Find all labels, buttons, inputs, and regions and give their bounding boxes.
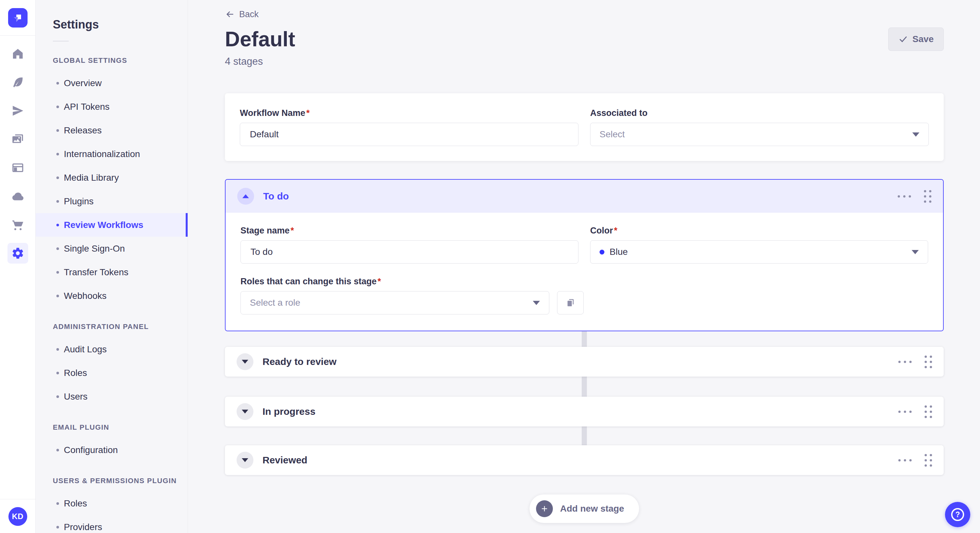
more-options-icon[interactable] xyxy=(898,361,912,363)
sidebar-item-up-roles[interactable]: Roles xyxy=(36,492,188,515)
add-new-stage-button[interactable]: Add new stage xyxy=(530,495,639,523)
label-text: Roles that can change this stage xyxy=(240,276,377,287)
help-button[interactable]: ? xyxy=(945,502,970,527)
save-button[interactable]: Save xyxy=(888,27,944,51)
expand-stage-button[interactable] xyxy=(237,452,253,468)
sidebar-item-label: Users xyxy=(64,392,88,402)
sidebar-item-admin-roles[interactable]: Roles xyxy=(36,361,188,385)
sidebar-item-label: Plugins xyxy=(64,196,94,206)
stage-card-in-progress[interactable]: In progress xyxy=(225,397,944,427)
bullet-icon xyxy=(56,526,59,528)
title-row: Default Save xyxy=(225,25,944,54)
media-library-icon xyxy=(11,133,24,146)
back-link[interactable]: Back xyxy=(225,8,259,21)
drag-handle-icon[interactable] xyxy=(924,190,931,203)
sidebar-item-internationalization[interactable]: Internationalization xyxy=(36,142,188,166)
sidebar-item-review-workflows[interactable]: Review Workflows xyxy=(36,213,188,237)
collapse-stage-button[interactable] xyxy=(237,188,254,205)
sidebar-item-audit-logs[interactable]: Audit Logs xyxy=(36,338,188,361)
sidebar-item-overview[interactable]: Overview xyxy=(36,71,188,95)
bullet-icon xyxy=(56,295,59,297)
main-content: Back Default Save 4 stages Workflow Name… xyxy=(188,0,980,533)
subnav-divider xyxy=(53,41,69,41)
rail-item-content-manager[interactable] xyxy=(3,68,32,97)
bullet-icon xyxy=(56,153,59,155)
sidebar-item-configuration[interactable]: Configuration xyxy=(36,438,188,462)
cloud-icon xyxy=(11,190,24,203)
required-marker: * xyxy=(377,276,381,287)
rail-nav xyxy=(3,36,32,268)
sidebar-item-users[interactable]: Users xyxy=(36,385,188,408)
stage-name-label: Stage name* xyxy=(240,226,579,236)
rail-item-marketplace[interactable] xyxy=(3,211,32,239)
sidebar-item-label: Roles xyxy=(64,498,87,509)
chevron-down-icon xyxy=(242,409,248,414)
subnav-title: Settings xyxy=(53,17,188,32)
sidebar-item-label: Internationalization xyxy=(64,149,140,159)
sidebar-item-releases[interactable]: Releases xyxy=(36,119,188,142)
stage-card-reviewed[interactable]: Reviewed xyxy=(225,445,944,475)
rail-item-home[interactable] xyxy=(3,40,32,68)
content-type-builder-icon xyxy=(11,161,24,174)
page-title: Default xyxy=(225,27,295,51)
sidebar-item-label: API Tokens xyxy=(64,102,110,112)
bullet-icon xyxy=(56,200,59,203)
question-mark-icon: ? xyxy=(951,508,964,521)
sidebar-item-plugins[interactable]: Plugins xyxy=(36,189,188,213)
plus-circle-icon xyxy=(536,500,553,517)
associated-to-field: Associated to Select xyxy=(590,108,929,146)
drag-handle-icon[interactable] xyxy=(924,454,932,466)
stage-card-ready-to-review[interactable]: Ready to review xyxy=(225,347,944,377)
bullet-icon xyxy=(56,502,59,505)
stage-color-select[interactable]: Blue xyxy=(590,240,928,263)
duplicate-roles-button[interactable] xyxy=(557,291,584,314)
rail-item-cloud[interactable] xyxy=(3,182,32,211)
chevron-down-icon xyxy=(912,250,919,254)
rail-item-settings[interactable] xyxy=(3,239,32,268)
sidebar-item-single-sign-on[interactable]: Single Sign-On xyxy=(36,237,188,260)
required-marker: * xyxy=(306,108,310,118)
stage-header-actions xyxy=(898,405,932,418)
label-text: Color xyxy=(590,226,613,236)
chevron-down-icon xyxy=(533,301,540,305)
required-marker: * xyxy=(614,226,618,236)
drag-handle-icon[interactable] xyxy=(924,405,932,418)
strapi-logo-icon xyxy=(10,10,25,25)
bullet-icon xyxy=(56,348,59,351)
more-options-icon[interactable] xyxy=(898,411,912,413)
sidebar-item-providers[interactable]: Providers xyxy=(36,515,188,533)
bullet-icon xyxy=(56,449,59,451)
more-options-icon[interactable] xyxy=(898,195,911,198)
bullet-icon xyxy=(56,247,59,250)
sidebar-item-label: Media Library xyxy=(64,173,119,183)
expand-stage-button[interactable] xyxy=(237,403,253,420)
stage-roles-select[interactable]: Select a role xyxy=(240,291,549,314)
sidebar-item-transfer-tokens[interactable]: Transfer Tokens xyxy=(36,260,188,284)
rail-item-releases[interactable] xyxy=(3,97,32,125)
stage-roles-field: Roles that can change this stage* Select… xyxy=(240,276,549,314)
stage-name-input[interactable] xyxy=(240,240,579,263)
stage-color-label: Color* xyxy=(590,226,928,236)
more-options-icon[interactable] xyxy=(898,459,912,462)
rail-item-content-type-builder[interactable] xyxy=(3,154,32,182)
stage-to-do-header[interactable]: To do xyxy=(226,180,943,213)
bullet-icon xyxy=(56,224,59,226)
associated-to-select[interactable]: Select xyxy=(590,123,929,146)
stage-name-field: Stage name* xyxy=(240,226,579,263)
bullet-icon xyxy=(56,106,59,108)
user-avatar[interactable]: KD xyxy=(8,507,27,526)
label-text: Workflow Name xyxy=(240,108,305,118)
drag-handle-icon[interactable] xyxy=(924,355,932,368)
workflow-name-input[interactable] xyxy=(240,123,579,146)
expand-stage-button[interactable] xyxy=(237,353,253,370)
stage-to-do-body: Stage name* Color* Blue xyxy=(226,213,943,331)
sidebar-item-media-library[interactable]: Media Library xyxy=(36,166,188,189)
check-icon xyxy=(898,34,908,44)
sidebar-item-webhooks[interactable]: Webhooks xyxy=(36,284,188,308)
sidebar-item-label: Webhooks xyxy=(64,291,107,301)
strapi-logo[interactable] xyxy=(8,8,27,27)
sidebar-item-api-tokens[interactable]: API Tokens xyxy=(36,95,188,119)
bullet-icon xyxy=(56,82,59,84)
rail-item-media-library[interactable] xyxy=(3,125,32,154)
required-marker: * xyxy=(291,226,294,236)
